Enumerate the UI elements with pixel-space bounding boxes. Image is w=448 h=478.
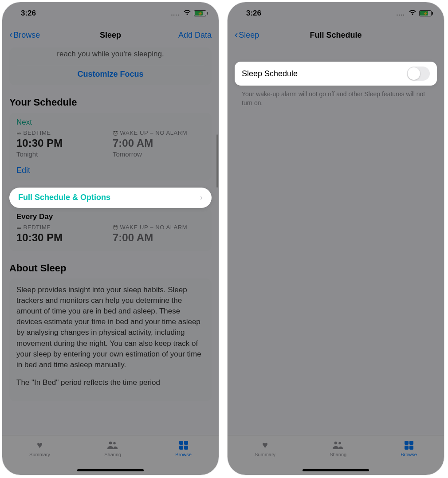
status-time: 3:26: [246, 9, 261, 18]
full-schedule-label: Full Schedule & Options: [18, 193, 110, 202]
focus-text: reach you while you're sleeping.: [17, 49, 204, 65]
home-indicator[interactable]: [303, 469, 369, 471]
full-schedule-options-button[interactable]: Full Schedule & Options ›: [9, 188, 212, 208]
nav-bar: ‹ Browse Sleep Add Data: [2, 24, 219, 46]
grid-icon: [405, 440, 413, 451]
alarm-icon: [113, 129, 118, 136]
svg-point-0: [109, 442, 112, 445]
wakeup-sub: Tomorrow: [113, 150, 204, 158]
sleep-schedule-row: Sleep Schedule: [235, 62, 437, 86]
home-indicator[interactable]: [77, 469, 144, 471]
scrollbar[interactable]: [216, 134, 218, 188]
people-icon: [332, 440, 344, 451]
back-button[interactable]: ‹ Sleep: [235, 30, 259, 40]
people-icon: [107, 440, 118, 451]
schedule-footer-note: Your wake-up alarm will not go off and o…: [235, 86, 437, 112]
back-label: Sleep: [239, 31, 259, 40]
every-day-card: Every Day BEDTIME 10:30 PM WAKE UP – NO …: [9, 208, 212, 251]
grid-icon: [179, 440, 188, 451]
bed-icon: [16, 224, 22, 231]
page-title: Full Schedule: [310, 31, 362, 40]
svg-point-2: [334, 442, 338, 445]
every-bed-label: BEDTIME: [16, 224, 108, 231]
every-wake-label: WAKE UP – NO ALARM: [113, 224, 204, 231]
about-sleep-card: Sleep provides insight into your sleep h…: [9, 278, 212, 401]
back-label: Browse: [13, 31, 40, 40]
heart-icon: ♥: [262, 440, 268, 451]
alarm-icon: [113, 224, 118, 231]
svg-point-1: [113, 442, 116, 445]
battery-icon: ⚡: [194, 10, 206, 16]
nav-bar: ‹ Sleep Full Schedule: [228, 24, 444, 46]
every-bed-value: 10:30 PM: [16, 231, 108, 244]
toggle-knob: [408, 67, 420, 80]
wakeup-value: 7:00 AM: [113, 137, 204, 149]
focus-card: reach you while you're sleeping. Customi…: [9, 47, 212, 85]
tab-bar: ♥ Summary Sharing Browse: [2, 435, 219, 475]
wifi-icon: [183, 9, 191, 18]
heart-icon: ♥: [37, 440, 43, 451]
phone-full-schedule-screen: 3:26 .... ⚡ ‹ Sleep Full Schedule Sleep …: [227, 2, 444, 475]
battery-icon: ⚡: [419, 10, 432, 16]
about-sleep-header: About Sleep: [9, 263, 212, 274]
bed-icon: [16, 129, 22, 136]
tab-summary[interactable]: ♥ Summary: [255, 440, 275, 457]
bedtime-label: BEDTIME: [16, 129, 108, 136]
chevron-left-icon: ‹: [235, 30, 238, 40]
tab-browse[interactable]: Browse: [401, 440, 417, 457]
add-data-button[interactable]: Add Data: [178, 31, 212, 40]
tab-sharing[interactable]: Sharing: [330, 440, 346, 457]
status-bar: 3:26 .... ⚡: [228, 2, 444, 24]
tab-sharing[interactable]: Sharing: [104, 440, 121, 457]
cellular-dots-icon: ....: [171, 10, 180, 17]
cellular-dots-icon: ....: [396, 10, 405, 17]
chevron-left-icon: ‹: [9, 30, 12, 40]
tab-bar: ♥ Summary Sharing Browse: [228, 435, 444, 475]
wifi-icon: [409, 9, 417, 18]
sleep-schedule-toggle[interactable]: [407, 67, 430, 81]
wakeup-label: WAKE UP – NO ALARM: [113, 129, 204, 136]
bedtime-value: 10:30 PM: [16, 137, 108, 149]
every-day-title: Every Day: [16, 212, 204, 221]
content-area[interactable]: Sleep Schedule Your wake-up alarm will n…: [228, 46, 444, 435]
about-paragraph-1: Sleep provides insight into your sleep h…: [16, 285, 204, 370]
svg-point-3: [338, 442, 341, 445]
your-schedule-header: Your Schedule: [9, 97, 212, 108]
status-bar: 3:26 .... ⚡: [2, 2, 219, 24]
back-button[interactable]: ‹ Browse: [9, 30, 40, 40]
next-schedule-card: Next BEDTIME 10:30 PM Tonight WAKE UP – …: [9, 113, 212, 180]
content-area[interactable]: reach you while you're sleeping. Customi…: [2, 46, 219, 435]
tab-browse[interactable]: Browse: [175, 440, 192, 457]
edit-button[interactable]: Edit: [16, 166, 204, 175]
every-wake-value: 7:00 AM: [113, 231, 204, 244]
status-time: 3:26: [21, 9, 36, 18]
customize-focus-button[interactable]: Customize Focus: [17, 65, 204, 79]
page-title: Sleep: [100, 31, 121, 40]
phone-sleep-screen: 3:26 .... ⚡ ‹ Browse Sleep Add Data reac…: [2, 2, 219, 475]
bedtime-sub: Tonight: [16, 150, 108, 158]
tab-summary[interactable]: ♥ Summary: [29, 440, 50, 457]
about-paragraph-2: The "In Bed" period reflects the time pe…: [16, 377, 204, 388]
next-label: Next: [16, 118, 204, 127]
chevron-right-icon: ›: [200, 193, 203, 202]
sleep-schedule-label: Sleep Schedule: [242, 69, 298, 78]
